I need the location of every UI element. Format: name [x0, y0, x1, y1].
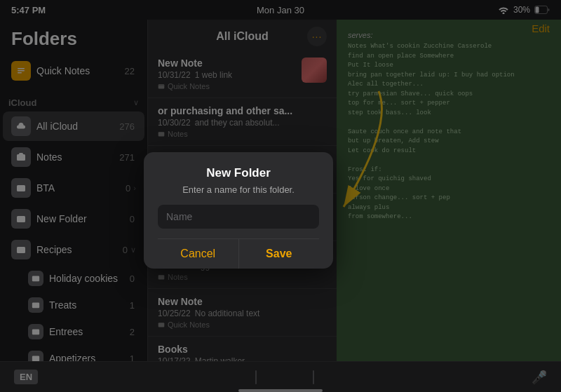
modal-title: New Folder	[158, 166, 319, 180]
modal-subtitle: Enter a name for this folder.	[158, 184, 319, 195]
folder-name-input[interactable]	[158, 205, 319, 229]
new-folder-modal: New Folder Enter a name for this folder.…	[144, 152, 333, 269]
home-indicator	[238, 389, 323, 392]
modal-save-button[interactable]: Save	[239, 239, 320, 269]
modal-cancel-button[interactable]: Cancel	[158, 239, 239, 269]
modal-overlay: New Folder Enter a name for this folder.…	[0, 0, 561, 392]
modal-buttons: Cancel Save	[158, 238, 319, 269]
